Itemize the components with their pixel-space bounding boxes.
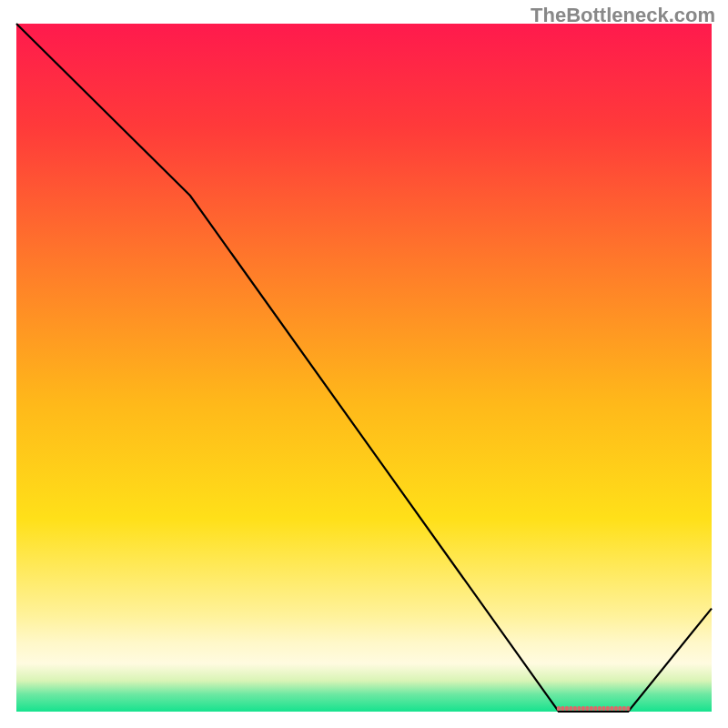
svg-rect-6 (581, 706, 585, 711)
svg-rect-17 (626, 706, 630, 711)
svg-rect-3 (569, 706, 572, 711)
svg-rect-13 (610, 706, 613, 711)
svg-rect-0 (557, 706, 561, 711)
svg-rect-2 (565, 706, 569, 711)
svg-rect-4 (573, 706, 577, 711)
chart-container: TheBottleneck.com (0, 0, 728, 728)
bottleneck-chart (0, 0, 728, 728)
svg-rect-11 (602, 706, 605, 711)
svg-rect-5 (577, 706, 581, 711)
svg-rect-8 (590, 706, 593, 711)
svg-rect-14 (614, 706, 618, 711)
svg-rect-15 (618, 706, 622, 711)
svg-rect-10 (598, 706, 602, 711)
svg-rect-16 (622, 706, 626, 711)
watermark-label: TheBottleneck.com (531, 4, 715, 27)
svg-rect-12 (606, 706, 610, 711)
svg-rect-7 (585, 706, 589, 711)
svg-rect-9 (593, 706, 597, 711)
svg-rect-1 (561, 706, 564, 711)
